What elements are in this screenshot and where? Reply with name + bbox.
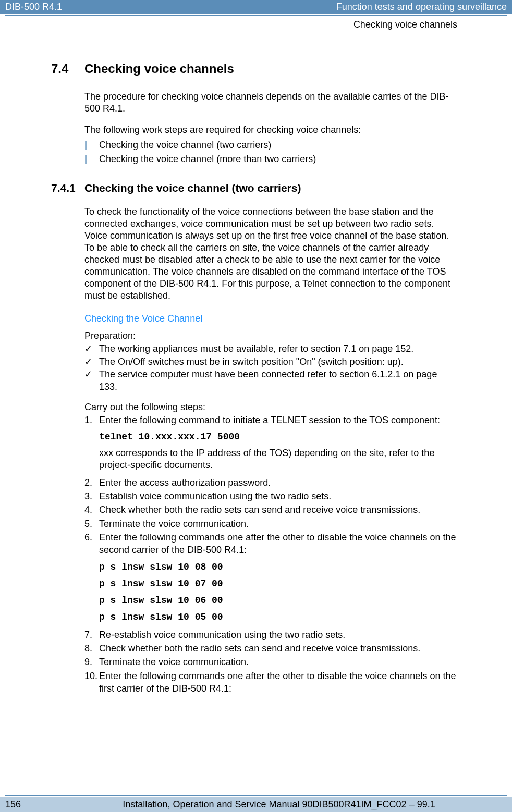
list-text: Re-establish voice communication using t…	[99, 629, 345, 641]
list-item: 4.Check whether both the radio sets can …	[84, 503, 457, 516]
check-icon: ✓	[84, 355, 99, 368]
bar-icon: |	[84, 152, 99, 166]
list-text: Enter the following commands one after t…	[99, 670, 457, 695]
procedure-heading: Checking the Voice Channel	[84, 313, 457, 324]
page-number: 156	[5, 799, 51, 810]
list-text: The working appliances must be available…	[99, 342, 413, 355]
bar-list: | Checking the voice channel (two carrie…	[84, 138, 457, 166]
step-number: 8.	[84, 642, 99, 655]
list-text: Check whether both the radio sets can se…	[99, 642, 420, 655]
list-item: 9.Terminate the voice communication.	[84, 656, 457, 668]
step-number: 9.	[84, 656, 99, 668]
subsection-title: Checking the voice channel (two carriers…	[84, 182, 301, 194]
carry-out-label: Carry out the following steps:	[84, 402, 457, 413]
section-heading: 7.4 Checking voice channels	[51, 61, 457, 76]
paragraph: The procedure for checking voice channel…	[84, 91, 457, 115]
step-number: 3.	[84, 490, 99, 502]
step-number: 2.	[84, 476, 99, 489]
list-text: Checking the voice channel (more than tw…	[99, 152, 316, 166]
list-item: 6.Enter the following commands one after…	[84, 531, 457, 557]
list-item: | Checking the voice channel (two carrie…	[84, 138, 457, 152]
code-block: p s lnsw slsw 10 08 00 p s lnsw slsw 10 …	[99, 562, 457, 622]
numbered-list: 7.Re-establish voice communication using…	[84, 629, 457, 695]
step-number: 4.	[84, 503, 99, 516]
list-item: 1. Enter the following command to initia…	[84, 414, 457, 426]
footer: 156 Installation, Operation and Service …	[0, 795, 512, 812]
footer-bar: 156 Installation, Operation and Service …	[0, 797, 512, 812]
list-text: Checking the voice channel (two carriers…	[99, 138, 271, 152]
list-text: Enter the following commands one after t…	[99, 531, 457, 557]
numbered-list: 2.Enter the access authorization passwor…	[84, 476, 457, 557]
check-list: ✓ The working appliances must be availab…	[84, 342, 457, 393]
header-bar: DIB-500 R4.1 Function tests and operatin…	[0, 0, 512, 14]
step-number: 10.	[84, 670, 99, 695]
section-number: 7.4	[51, 61, 84, 76]
list-text: Check whether both the radio sets can se…	[99, 503, 420, 516]
subheader: Checking voice channels	[0, 16, 512, 30]
list-text: Enter the following command to initiate …	[99, 414, 440, 426]
list-text: Terminate the voice communication.	[99, 518, 249, 530]
check-icon: ✓	[84, 342, 99, 355]
code-block: telnet 10.xxx.xxx.17 5000	[99, 432, 457, 442]
step-number: 7.	[84, 629, 99, 641]
step-number: 5.	[84, 518, 99, 530]
paragraph: To check the functionality of the voice …	[84, 206, 457, 302]
list-text: Terminate the voice communication.	[99, 656, 249, 668]
list-text: The On/Off switches must be in switch po…	[99, 355, 404, 368]
bar-icon: |	[84, 138, 99, 152]
list-text: Enter the access authorization password.	[99, 476, 271, 489]
list-item: | Checking the voice channel (more than …	[84, 152, 457, 166]
step-note: xxx corresponds to the IP address of the…	[99, 447, 457, 471]
list-item: ✓ The On/Off switches must be in switch …	[84, 355, 457, 368]
section-title: Checking voice channels	[84, 61, 234, 76]
list-item: 7.Re-establish voice communication using…	[84, 629, 457, 641]
paragraph: The following work steps are required fo…	[84, 124, 457, 136]
subsection-number: 7.4.1	[51, 182, 84, 194]
list-item: ✓ The working appliances must be availab…	[84, 342, 457, 355]
header-right: Function tests and operating surveillanc…	[336, 2, 507, 13]
list-item: 8.Check whether both the radio sets can …	[84, 642, 457, 655]
list-item: 10.Enter the following commands one afte…	[84, 670, 457, 695]
code-line: p s lnsw slsw 10 08 00	[99, 562, 457, 572]
check-icon: ✓	[84, 368, 99, 393]
code-line: p s lnsw slsw 10 07 00	[99, 579, 457, 589]
list-text: Establish voice communication using the …	[99, 490, 331, 502]
header-left: DIB-500 R4.1	[5, 2, 62, 13]
code-line: telnet 10.xxx.xxx.17 5000	[99, 432, 457, 442]
preparation-label: Preparation:	[84, 330, 457, 341]
list-item: 3.Establish voice communication using th…	[84, 490, 457, 502]
list-text: The service computer must have been conn…	[99, 368, 457, 393]
footer-rule	[5, 795, 507, 796]
code-line: p s lnsw slsw 10 05 00	[99, 612, 457, 622]
list-item: ✓ The service computer must have been co…	[84, 368, 457, 393]
page-content: 7.4 Checking voice channels The procedur…	[0, 30, 512, 695]
footer-text: Installation, Operation and Service Manu…	[51, 799, 507, 810]
step-number: 6.	[84, 531, 99, 557]
list-item: 5.Terminate the voice communication.	[84, 518, 457, 530]
code-line: p s lnsw slsw 10 06 00	[99, 595, 457, 606]
numbered-list: 1. Enter the following command to initia…	[84, 414, 457, 426]
step-number: 1.	[84, 414, 99, 426]
subsection-heading: 7.4.1 Checking the voice channel (two ca…	[51, 182, 457, 194]
list-item: 2.Enter the access authorization passwor…	[84, 476, 457, 489]
